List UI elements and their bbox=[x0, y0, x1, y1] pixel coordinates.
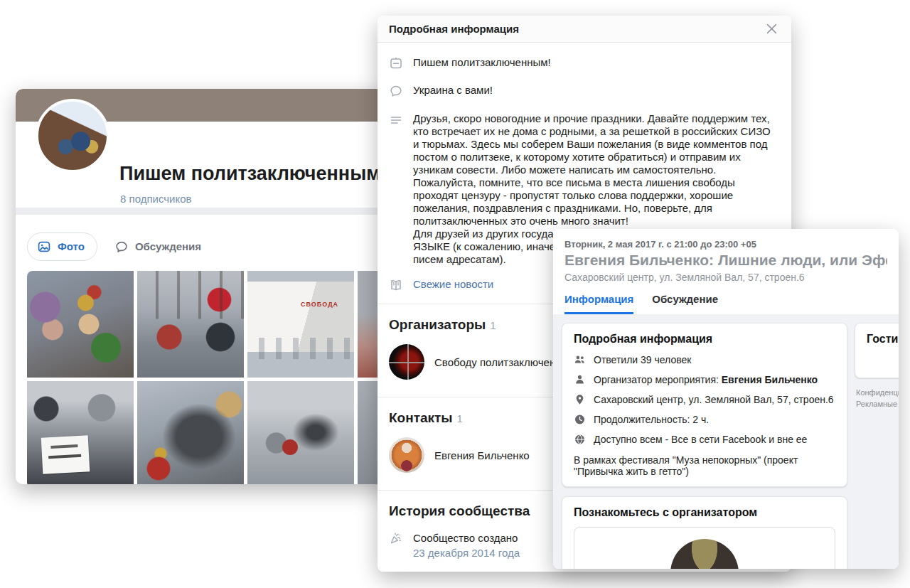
clock-icon bbox=[574, 413, 586, 425]
privacy-link[interactable]: Конфиденциальность bbox=[856, 387, 899, 398]
person-icon bbox=[574, 373, 586, 385]
organizer-name-bold: Евгения Бильченко bbox=[722, 374, 818, 385]
description-lines-icon bbox=[389, 112, 403, 127]
news-book-icon bbox=[389, 277, 403, 292]
photo-park-phone-call[interactable] bbox=[137, 271, 244, 378]
detail-privacy: Доступно всем - Все в сети Facebook и вн… bbox=[574, 433, 835, 446]
detail-duration: Продолжительность: 2 ч. bbox=[574, 413, 835, 426]
party-popper-icon bbox=[389, 530, 403, 545]
photo-two-women-selfie[interactable] bbox=[27, 271, 134, 378]
meet-organizer-heading: Познакомьтесь с организатором bbox=[574, 506, 835, 519]
discussion-bubble-icon bbox=[114, 240, 129, 254]
community-avatar[interactable] bbox=[36, 99, 109, 173]
detail-organizer-text: Организатор мероприятия: Евгения Бильчен… bbox=[594, 373, 818, 386]
event-location: Сахаровский центр, ул. Земляной Вал, 57,… bbox=[564, 272, 887, 283]
globe-icon bbox=[574, 433, 586, 445]
photo-protest-crowd[interactable] bbox=[27, 381, 134, 484]
community-created-date: 23 декабря 2014 года bbox=[413, 545, 520, 560]
detail-responded-text: Ответили 39 человек bbox=[594, 353, 691, 366]
detail-duration-text: Продолжительность: 2 ч. bbox=[594, 413, 709, 426]
tab-photos-label: Фото bbox=[58, 240, 85, 252]
ad-preferences-link[interactable]: Рекламные предпочтения bbox=[856, 398, 899, 410]
tab-discussions[interactable]: Обсуждения bbox=[114, 240, 201, 254]
tab-discussions-label: Обсуждения bbox=[135, 240, 201, 252]
organizers-heading-label: Организаторы bbox=[389, 317, 486, 332]
community-created-label: Сообщество создано bbox=[413, 530, 520, 545]
detail-responded: Ответили 39 человек bbox=[574, 353, 835, 366]
history-text: Сообщество создано 23 декабря 2014 года bbox=[413, 530, 520, 560]
message-bubble-icon bbox=[389, 83, 403, 98]
modal-header: Подробная информация bbox=[378, 16, 791, 43]
close-icon[interactable] bbox=[766, 23, 777, 34]
subscribers-link[interactable]: 8 подписчиков bbox=[120, 193, 191, 205]
organizer-label: Организатор мероприятия: bbox=[594, 374, 722, 385]
event-title: Евгения Бильченко: Лишние люди, или Эффе… bbox=[564, 252, 887, 269]
event-main-column: Подробная информация Ответили 39 человек bbox=[562, 323, 847, 569]
detail-location-text: Сахаровский центр, ул. Земляной Вал, 57,… bbox=[594, 393, 834, 406]
footer-links: Конфиденциальность Рекламные предпочтени… bbox=[855, 387, 899, 410]
building-sign-text: СВОБОДА bbox=[301, 301, 338, 308]
contact-avatar[interactable] bbox=[389, 437, 424, 473]
community-title: Пишем политзаключенным! bbox=[119, 163, 387, 185]
facebook-event-page: Вторник, 2 мая 2017 г. с 21:00 до 23:00 … bbox=[553, 229, 899, 569]
contacts-heading-label: Контакты bbox=[389, 410, 453, 425]
status-icon bbox=[389, 55, 403, 70]
event-details-card: Подробная информация Ответили 39 человек bbox=[562, 323, 847, 487]
location-pin-icon bbox=[574, 393, 586, 405]
event-body: Подробная информация Ответили 39 человек bbox=[553, 314, 899, 569]
photo-statue-closeup[interactable] bbox=[137, 381, 244, 484]
modal-title: Подробная информация bbox=[389, 23, 519, 35]
event-header: Вторник, 2 мая 2017 г. с 21:00 до 23:00 … bbox=[553, 229, 899, 314]
status-text: Пишем политзаключенным! bbox=[413, 55, 551, 70]
fresh-news-link[interactable]: Свежие новости bbox=[413, 277, 493, 292]
event-side-column: Гости Конфиденциальность Рекламные предп… bbox=[855, 323, 899, 410]
status-row: Пишем политзаключенным! bbox=[389, 55, 774, 70]
guests-heading: Гости bbox=[867, 333, 899, 346]
tab-discussion[interactable]: Обсуждение bbox=[652, 293, 718, 314]
event-organizer-avatar[interactable] bbox=[670, 539, 739, 569]
organizers-count: 1 bbox=[490, 319, 496, 331]
photo-statue-street[interactable] bbox=[247, 381, 354, 484]
guests-card: Гости bbox=[855, 323, 899, 378]
detail-organizer: Организатор мероприятия: Евгения Бильчен… bbox=[574, 373, 835, 386]
protest-sign bbox=[41, 435, 90, 474]
details-heading: Подробная информация bbox=[574, 333, 835, 346]
festival-note: В рамках фестиваля "Муза непокорных" (пр… bbox=[574, 454, 835, 477]
tab-information[interactable]: Информация bbox=[564, 293, 633, 314]
detail-privacy-text: Доступно всем - Все в сети Facebook и вн… bbox=[594, 433, 807, 446]
contacts-count: 1 bbox=[457, 412, 463, 424]
message-text: Украина с вами! bbox=[413, 83, 493, 97]
message-row: Украина с вами! bbox=[389, 83, 774, 98]
contact-name[interactable]: Евгения Бильченко bbox=[434, 449, 530, 461]
organizer-avatar[interactable] bbox=[389, 344, 424, 380]
event-datetime: Вторник, 2 мая 2017 г. с 21:00 до 23:00 … bbox=[564, 239, 887, 250]
event-tabs: Информация Обсуждение bbox=[564, 293, 887, 314]
people-icon bbox=[574, 353, 586, 365]
detail-location: Сахаровский центр, ул. Земляной Вал, 57,… bbox=[574, 393, 835, 406]
organizer-profile-card: Евгения Бильченко 188 прошедших мероприя… bbox=[574, 527, 835, 569]
photo-svoboda-building[interactable]: СВОБОДА bbox=[247, 271, 354, 378]
tab-photos[interactable]: Фото bbox=[27, 232, 97, 261]
photo-icon bbox=[37, 240, 51, 254]
meet-organizer-card: Познакомьтесь с организатором Евгения Би… bbox=[562, 496, 847, 569]
